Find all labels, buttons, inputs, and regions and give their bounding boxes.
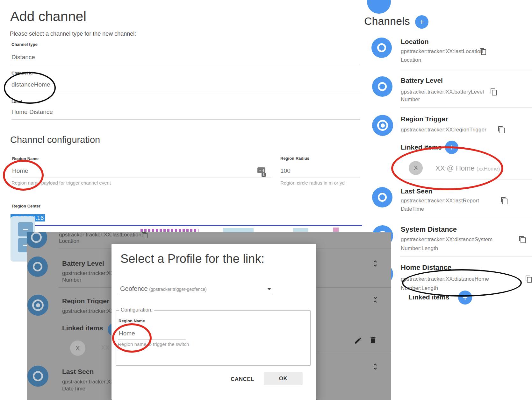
list-divider	[400, 107, 532, 108]
channel-type-label: Channel type	[11, 42, 38, 46]
copy-icon[interactable]	[481, 49, 486, 55]
channel-type: Location	[401, 57, 421, 63]
page-fragment	[223, 228, 254, 232]
form-subtitle: Please select a channel type for the new…	[10, 31, 136, 37]
label-input[interactable]: Home Distance	[11, 109, 53, 115]
field-underline	[11, 92, 360, 92]
region-radius-hint: Region circle radius in m or yd	[280, 180, 345, 185]
channel-type: DateTime	[62, 386, 85, 391]
linked-items-label: Linked items	[62, 325, 103, 331]
field-underline	[11, 119, 360, 120]
page-fragment	[140, 229, 198, 232]
channels-panel-title: Channels	[364, 16, 410, 26]
channel-type: Number	[62, 277, 81, 283]
field-underline	[11, 178, 271, 178]
profile-dialog: Select a Profile for the link: Geofence …	[111, 244, 316, 400]
channel-id: gpstracker:tracker:XX:distanceSystem	[401, 237, 492, 242]
copy-icon	[143, 233, 147, 238]
channel-type: Number:Length	[401, 246, 438, 251]
default-value-icon[interactable]: ···| 3	[257, 167, 266, 177]
unfold-more-icon	[371, 259, 379, 268]
channel-state-icon	[27, 366, 48, 387]
channel-id: gpstracker:tracker:XX:regionTrigger	[62, 308, 112, 314]
channel-state-icon	[371, 38, 392, 58]
linked-item-label: XX @ Home	[101, 344, 112, 351]
profile-selected-uid: (gpstracker:trigger-geofence)	[149, 287, 207, 292]
channel-type: DateTime	[401, 206, 424, 212]
channel-trigger-icon	[27, 295, 48, 316]
chevron-down-icon[interactable]	[267, 288, 271, 290]
pencil-icon	[354, 336, 362, 345]
keyboard-dots-icon: ···|	[259, 169, 264, 172]
add-channel-button[interactable]: +	[415, 15, 428, 29]
list-divider	[400, 69, 532, 69]
channel-state-icon	[372, 187, 392, 207]
copy-icon[interactable]	[500, 128, 505, 133]
copy-icon[interactable]	[502, 199, 507, 204]
channel-type: Number	[401, 97, 420, 102]
channel-id: gpstracker:tracker:XX:regionTrigger	[401, 127, 486, 132]
channel-trigger-icon	[372, 115, 393, 136]
scroll-top-fab[interactable]	[367, 0, 391, 14]
unfold-more-icon	[371, 362, 379, 371]
ok-button[interactable]: OK	[264, 372, 303, 385]
linked-item-avatar: X	[70, 340, 85, 356]
copy-icon[interactable]	[527, 277, 532, 283]
channel-title: Location	[401, 38, 429, 45]
profile-select[interactable]: Geofence (gpstracker:trigger-geofence)	[120, 285, 207, 292]
channel-state-icon	[27, 256, 48, 277]
channel-id: gpstracker:tracker:XX:lastReport	[401, 198, 479, 203]
channel-state-icon	[27, 232, 47, 248]
list-divider	[400, 218, 532, 218]
channel-state-icon	[372, 76, 392, 97]
channel-id: gpstracker:tracker:XX:lastLocation	[59, 232, 141, 237]
field-underline	[280, 178, 360, 178]
page-fragment	[333, 228, 339, 232]
annotation-ellipse-region-name	[3, 160, 44, 191]
copy-icon[interactable]	[492, 90, 497, 95]
channel-title: Region Trigger	[62, 298, 115, 304]
list-divider	[400, 256, 532, 257]
field-underline	[11, 64, 360, 64]
region-name-label: Region Name	[119, 319, 145, 323]
copy-icon[interactable]	[521, 237, 526, 243]
channel-title: System Distance	[401, 226, 457, 233]
channel-title: Region Trigger	[401, 116, 448, 122]
page-title: Add channel	[10, 10, 86, 23]
channel-id: gpstracker:tracker:XX:batteryLevel	[401, 89, 484, 95]
channel-type-value[interactable]: Distance	[11, 54, 35, 60]
focused-field-underline	[11, 225, 362, 226]
annotation-ellipse-channel-id	[4, 72, 56, 104]
list-divider	[316, 352, 391, 352]
region-radius-label: Region Radius	[280, 156, 309, 160]
screen: Add channel Please select a channel type…	[0, 0, 532, 400]
unfold-less-icon	[371, 296, 379, 304]
fieldset-legend: Configuration:	[119, 307, 154, 312]
channel-id: gpstracker:tracker:XX:lastReport	[62, 379, 112, 384]
plus-icon: +	[419, 17, 424, 27]
trash-icon	[369, 336, 377, 344]
channel-id: gpstracker:tracker:XX:batteryLevel	[62, 270, 112, 276]
keyboard-badge: 3	[262, 173, 266, 177]
channel-type: Location	[59, 238, 79, 244]
page-fragment	[293, 228, 308, 232]
annotation-ellipse-linked-item	[391, 146, 503, 190]
channel-title: Last Seen	[62, 368, 115, 375]
region-center-label: Region Center	[12, 204, 40, 208]
dialog-title: Select a Profile for the link:	[120, 253, 264, 265]
annotation-ellipse-home-distance	[402, 269, 522, 297]
cancel-button[interactable]: CANCEL	[225, 372, 260, 386]
profile-selected-value: Geofence	[120, 285, 148, 292]
channel-title: Battery Level	[62, 260, 113, 267]
annotation-ellipse-modal-region-name	[112, 323, 152, 353]
field-underline	[119, 295, 271, 295]
channel-configuration-heading: Channel configuration	[10, 135, 100, 144]
channel-title: Battery Level	[401, 77, 443, 84]
region-radius-input[interactable]: 100	[280, 168, 291, 174]
channel-id: gpstracker:tracker:XX:lastLocation	[401, 49, 483, 54]
